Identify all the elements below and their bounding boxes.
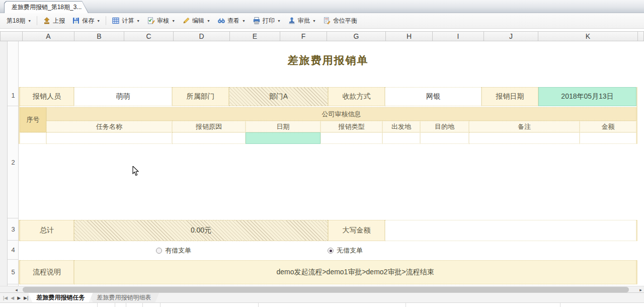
detail-cell-reason[interactable]	[172, 132, 246, 144]
save-button[interactable]: 保存 ▼	[68, 15, 104, 27]
detail-group-header: 公司审核信息	[46, 107, 636, 121]
detail-cell-date-selected[interactable]	[246, 132, 320, 144]
select-all-corner[interactable]	[0, 31, 23, 41]
detail-col-remark: 备注	[469, 121, 580, 132]
edit-button[interactable]: 编辑 ▼	[179, 15, 214, 27]
column-header-I[interactable]: I	[433, 31, 484, 41]
amount-in-words-value[interactable]	[385, 220, 636, 241]
view-icon	[217, 17, 225, 25]
flow-label: 流程说明	[20, 260, 74, 284]
radio-selected-icon	[328, 248, 334, 254]
detail-col-amount: 金额	[580, 121, 636, 132]
radio-no-loan-slip[interactable]: 无借支单	[328, 241, 363, 260]
period-button[interactable]: 第18期 ▼	[3, 15, 35, 27]
approve-icon	[288, 17, 296, 25]
field-value-payment-method[interactable]: 网银	[385, 87, 481, 106]
column-header-G[interactable]: G	[327, 31, 386, 41]
column-header-partial	[638, 31, 644, 41]
column-header-C[interactable]: C	[124, 31, 174, 41]
toolbar: 第18期 ▼ 上报 保存 ▼ 计算 ▼	[0, 13, 644, 29]
document-tab[interactable]: 差旅费用报销_第18期_3...	[4, 1, 89, 13]
detail-cell-type[interactable]	[320, 132, 382, 144]
column-header-F[interactable]: F	[280, 31, 327, 41]
radio-unselected-icon	[156, 248, 162, 254]
column-header-row: A B C D E F G H I J K	[0, 31, 644, 41]
field-value-reimburse-date[interactable]: 2018年05月13日	[538, 87, 636, 106]
detail-cell-seq[interactable]	[20, 132, 46, 144]
dropdown-caret-icon: ▼	[97, 19, 100, 23]
form-edge	[636, 87, 637, 144]
scrollbar-thumb[interactable]	[23, 287, 629, 292]
detail-col-reason: 报销原因	[172, 121, 246, 132]
amount-in-words-label: 大写金额	[328, 220, 385, 241]
print-button[interactable]: 打印 ▼	[249, 15, 284, 27]
radio-has-loan-slip[interactable]: 有借支单	[156, 241, 191, 260]
calculate-button[interactable]: 计算 ▼	[108, 15, 143, 27]
row-header-1[interactable]: 1	[8, 85, 19, 106]
submit-button[interactable]: 上报	[39, 15, 68, 27]
prev-sheet-icon[interactable]: ◀	[11, 295, 14, 300]
total-value: 0.00元	[74, 220, 328, 241]
field-label-department: 所属部门	[172, 87, 229, 106]
print-icon	[253, 17, 261, 25]
dropdown-caret-icon: ▼	[28, 19, 31, 23]
field-label-reimburse-date: 报销日期	[481, 87, 538, 106]
toolbar-separator	[106, 16, 106, 25]
dropdown-caret-icon: ▼	[277, 19, 281, 23]
mouse-cursor	[132, 166, 139, 177]
next-sheet-icon[interactable]: ▶	[17, 295, 21, 300]
detail-col-origin: 出发地	[382, 121, 420, 132]
rounding-balance-button[interactable]: 舍位平衡	[319, 15, 361, 27]
detail-col-type: 报销类型	[320, 121, 382, 132]
sheet-tab-task[interactable]: 差旅费用报销任务	[28, 293, 93, 302]
view-button[interactable]: 查看 ▼	[214, 15, 249, 27]
dropdown-caret-icon: ▼	[312, 19, 316, 23]
detail-cell-remark[interactable]	[469, 132, 580, 144]
flow-description: demo发起流程>demo1审批>demo2审批>流程结束	[74, 260, 636, 284]
toolbar-separator	[37, 16, 37, 25]
row-header-5[interactable]: 5	[8, 260, 19, 284]
row-header-3[interactable]: 3	[8, 218, 19, 241]
column-header-K[interactable]: K	[538, 31, 638, 41]
form-title: 差旅费用报销单	[19, 52, 637, 69]
column-header-B[interactable]: B	[74, 31, 124, 41]
horizontal-scrollbar[interactable]: ◂ ▸	[0, 286, 644, 292]
sheet-tab-bar: |◀ ◀ ▶ ▶| 差旅费用报销任务 差旅费用报销明细表	[0, 292, 644, 302]
field-label-payment-method: 收款方式	[328, 87, 385, 106]
detail-cell-amount[interactable]	[580, 132, 636, 144]
detail-cell-destination[interactable]	[420, 132, 469, 144]
dropdown-caret-icon: ▼	[207, 19, 210, 23]
partial-grid-row	[0, 302, 644, 307]
rounding-balance-icon	[323, 17, 331, 25]
row-header-column: 1 2 3 4 5	[8, 41, 19, 286]
detail-col-date: 日期	[246, 121, 320, 132]
column-header-E[interactable]: E	[230, 31, 280, 41]
sheet-tab-detail[interactable]: 差旅费用报销明细表	[89, 293, 159, 302]
detail-col-destination: 目的地	[420, 121, 469, 132]
detail-cell-task-name[interactable]	[46, 132, 172, 144]
submit-icon	[43, 17, 51, 25]
approve-button[interactable]: 审批 ▼	[284, 15, 319, 27]
spreadsheet-app-window: 差旅费用报销_第18期_3... 第18期 ▼ 上报 保存 ▼ 计算	[0, 0, 644, 307]
last-sheet-icon[interactable]: ▶|	[24, 295, 28, 300]
field-value-department: 部门A	[229, 87, 328, 106]
dropdown-caret-icon: ▼	[136, 19, 140, 23]
detail-cell-origin[interactable]	[382, 132, 420, 144]
save-icon	[72, 17, 80, 25]
loan-option-row: 有借支单 无借支单	[19, 241, 637, 260]
edit-icon	[182, 17, 190, 25]
column-header-D[interactable]: D	[174, 31, 230, 41]
calculate-icon	[112, 17, 120, 25]
first-sheet-icon[interactable]: |◀	[3, 295, 8, 300]
column-header-A[interactable]: A	[23, 31, 74, 41]
audit-button[interactable]: 审核 ▼	[143, 15, 179, 27]
column-header-J[interactable]: J	[484, 31, 538, 41]
document-tab-title: 差旅费用报销_第18期_3...	[5, 2, 88, 13]
left-margin-strip	[0, 41, 8, 286]
total-label: 总计	[20, 220, 74, 241]
row-header-4[interactable]: 4	[8, 241, 19, 260]
row-header-2[interactable]: 2	[8, 106, 19, 218]
column-header-H[interactable]: H	[386, 31, 433, 41]
dropdown-caret-icon: ▼	[242, 19, 246, 23]
field-value-reimburser[interactable]: 萌萌	[74, 87, 172, 106]
